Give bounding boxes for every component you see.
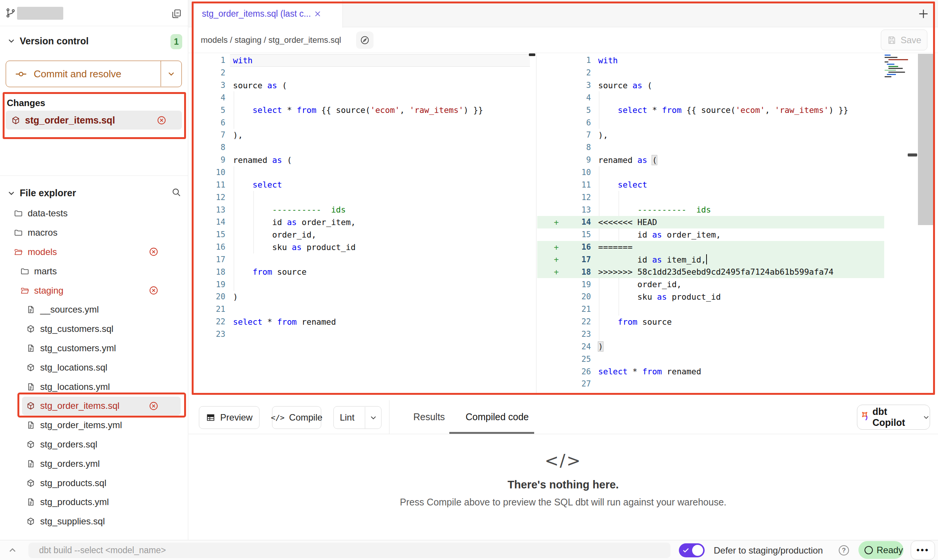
preview-button[interactable]: Preview: [199, 406, 260, 429]
code-line: 11 select: [188, 178, 535, 191]
file-explorer-title[interactable]: File explorer: [20, 188, 76, 199]
code-line: 5 select * from {{ source('ecom', 'raw_i…: [537, 104, 938, 116]
file-explorer-item[interactable]: stg_locations.yml: [0, 377, 188, 396]
code-line: 1with: [188, 54, 535, 67]
table-grid-icon: [206, 413, 216, 422]
file-explorer-item[interactable]: models: [0, 242, 188, 262]
tab-title: stg_order_items.sql (last c...: [202, 9, 311, 19]
file-explorer-item[interactable]: stg_customers.yml: [0, 339, 188, 358]
code-line: 19 order_id,: [537, 278, 938, 291]
defer-toggle[interactable]: [679, 543, 705, 557]
file-explorer-item[interactable]: stg_products.yml: [0, 493, 188, 512]
folder-icon: [20, 267, 29, 276]
file-name: stg_order_items.yml: [40, 420, 122, 430]
file-explorer-item[interactable]: stg_customers.sql: [0, 319, 188, 339]
empty-state-code-icon: </>: [545, 451, 582, 470]
file-explorer-item[interactable]: marts: [0, 261, 188, 281]
version-control-title[interactable]: Version control: [20, 36, 89, 47]
tab-results[interactable]: Results: [413, 400, 445, 434]
chevron-up-icon[interactable]: [8, 546, 17, 554]
code-line: 22select * from renamed: [188, 316, 535, 328]
breadcrumb: models / staging / stg_order_items.sql: [201, 27, 341, 53]
file-explorer-item[interactable]: stg_order_items.sql: [0, 396, 188, 416]
save-button[interactable]: Save: [881, 30, 927, 50]
file-explorer-item[interactable]: stg_orders.sql: [0, 435, 188, 454]
code-line: 3source as (: [188, 79, 535, 92]
file-explorer-item[interactable]: stg_supplies.sql: [0, 512, 188, 531]
code-line: +17 id as item_id,: [537, 253, 938, 266]
file-explorer-item[interactable]: staging: [0, 281, 188, 300]
tab-compiled-code[interactable]: Compiled code: [466, 400, 529, 434]
x-circle-icon[interactable]: [149, 401, 159, 411]
file-name: stg_customers.sql: [40, 324, 113, 334]
model-cube-icon: [26, 479, 35, 488]
code-line: 9renamed as (: [537, 154, 938, 166]
copilot-sparkle-icon: [857, 411, 869, 423]
new-tab-icon[interactable]: [918, 9, 929, 19]
code-line: 9renamed as (: [188, 154, 535, 166]
commit-dropdown-button[interactable]: [161, 61, 181, 86]
code-line: 2: [537, 67, 938, 79]
help-icon[interactable]: ?: [839, 545, 849, 555]
file-name: __sources.yml: [40, 304, 99, 315]
lint-dropdown-button[interactable]: [365, 407, 381, 429]
file-name: marts: [34, 266, 57, 277]
code-line: +16=======: [537, 241, 938, 253]
file-explorer-item[interactable]: __sources.yml: [0, 300, 188, 319]
changes-section-label: Changes: [7, 98, 45, 108]
divider: [389, 400, 389, 434]
model-cube-icon: [26, 324, 35, 333]
code-line: 21: [188, 303, 535, 316]
code-line: 8: [188, 141, 535, 154]
dbt-copilot-button[interactable]: dbt Copilot: [857, 405, 930, 430]
file-name: models: [28, 247, 57, 257]
chevron-down-icon[interactable]: [8, 189, 15, 197]
main-area: stg_order_items.sql (last c... models / …: [188, 0, 938, 540]
search-icon[interactable]: [171, 187, 181, 197]
file-explorer-item[interactable]: stg_orders.yml: [0, 454, 188, 473]
status-badge[interactable]: Ready: [858, 541, 904, 559]
compile-button[interactable]: </> Compile: [272, 406, 321, 429]
command-input[interactable]: dbt build --select <model_name>: [28, 543, 671, 558]
lint-button[interactable]: Lint: [333, 406, 381, 429]
code-line: 4: [537, 92, 938, 104]
code-line: 13 ---------- ids: [537, 203, 938, 216]
code-line: 10: [188, 166, 535, 179]
more-options-button[interactable]: •••: [911, 541, 935, 560]
command-text: dbt build --select <model_name>: [39, 545, 166, 555]
tab-stg-order-items[interactable]: stg_order_items.sql (last c...: [193, 0, 343, 28]
file-name: staging: [34, 285, 63, 296]
close-icon[interactable]: [314, 10, 321, 17]
x-circle-icon[interactable]: [149, 247, 159, 257]
file-explorer-item[interactable]: macros: [0, 223, 188, 242]
compiled-code-panel: </> There's nothing here. Press Compile …: [188, 434, 938, 540]
code-line: 6: [537, 116, 938, 129]
commit-and-resolve-button[interactable]: Commit and resolve: [6, 61, 182, 87]
x-circle-icon[interactable]: [156, 115, 167, 125]
file-explorer-item[interactable]: stg_products.sql: [0, 473, 188, 493]
document-icon: [26, 382, 35, 391]
file-explorer-item[interactable]: data-tests: [0, 204, 188, 223]
preview-label: Preview: [220, 412, 252, 423]
dbt-ide-window: Version control 1 Commit and resolve Cha…: [0, 0, 938, 560]
copy-files-icon[interactable]: [171, 8, 182, 19]
file-explorer-tree: data-testsmacrosmodelsmartsstaging__sour…: [0, 204, 188, 531]
file-name: stg_orders.yml: [40, 458, 100, 469]
diff-panel-modified[interactable]: 1with 2 3source as ( 4 5 select * from {…: [537, 53, 938, 395]
branch-name-placeholder: [17, 7, 63, 20]
document-icon: [26, 305, 35, 314]
x-circle-icon[interactable]: [149, 285, 159, 296]
code-line: 22 from source: [537, 316, 938, 328]
lineage-compass-icon[interactable]: [356, 31, 374, 49]
status-circle-icon: [865, 546, 873, 554]
code-line: 11 select: [537, 178, 938, 191]
changed-file-item[interactable]: stg_order_items.sql: [6, 111, 182, 130]
folder-icon: [14, 209, 23, 218]
code-line: 4: [188, 92, 535, 104]
model-cube-icon: [11, 116, 20, 125]
file-explorer-item[interactable]: stg_locations.sql: [0, 358, 188, 377]
ready-label: Ready: [877, 545, 903, 555]
chevron-down-icon[interactable]: [8, 37, 15, 45]
diff-panel-original[interactable]: 1with23source as (45 select * from {{ so…: [188, 53, 535, 395]
file-explorer-item[interactable]: stg_order_items.yml: [0, 416, 188, 435]
